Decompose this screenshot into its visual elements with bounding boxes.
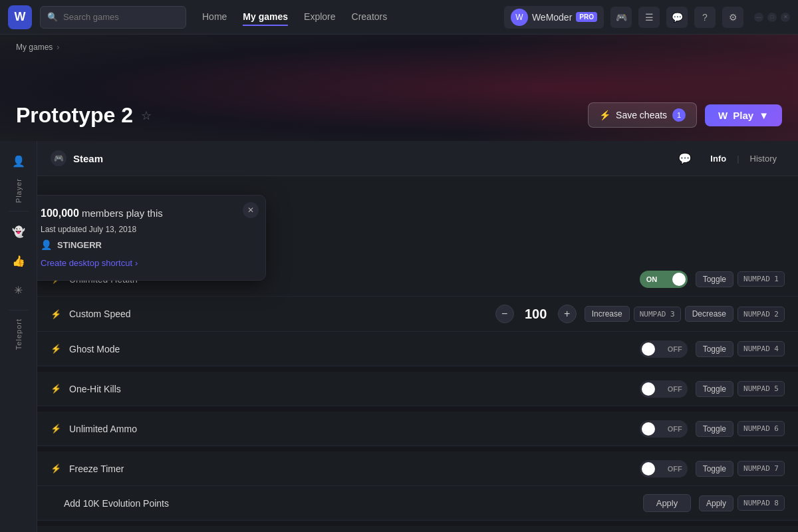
hero-actions: ⚡ Save cheats 1 W Play ▼ xyxy=(588,102,782,128)
maximize-button[interactable]: □ xyxy=(767,13,777,22)
left-sidebar: 👤 Player 👻 👍 ✳ Teleport xyxy=(0,141,37,532)
sidebar-boost-icon[interactable]: 👍 xyxy=(7,249,31,273)
main-layout: 👤 Player 👻 👍 ✳ Teleport 🎮 Steam 💬 Info |… xyxy=(0,141,798,532)
close-button[interactable]: ✕ xyxy=(781,13,790,22)
sidebar-player-icon[interactable]: 👤 xyxy=(7,149,31,173)
section-gap-1 xyxy=(37,366,798,372)
kbd-action-toggle-4[interactable]: Toggle xyxy=(696,341,733,357)
popup-members-text: 100,000 members play this xyxy=(41,207,252,219)
cheat-row-ghost-mode: ⚡ Ghost Mode OFF Toggle NUMPAD 4 xyxy=(37,332,798,366)
stepper-value: 100 xyxy=(519,307,553,322)
chat-icon[interactable]: 💬 xyxy=(678,152,692,165)
desktop-shortcut-link[interactable]: Create desktop shortcut › xyxy=(41,258,252,268)
play-button[interactable]: W Play ▼ xyxy=(705,104,782,126)
keybind-one-hit-kills: Toggle NUMPAD 5 xyxy=(696,381,785,397)
breadcrumb-separator: › xyxy=(57,43,59,52)
platform-name: Steam xyxy=(73,153,103,164)
toggle-label-off-2: OFF xyxy=(668,425,682,433)
cheat-name-ghost-mode: Ghost Mode xyxy=(69,344,632,354)
hero-section: My games › Prototype 2 ☆ ⚡ Save cheats 1… xyxy=(0,35,798,141)
cheat-name-custom-speed: Custom Speed xyxy=(69,309,487,319)
stepper-custom-speed: − 100 + xyxy=(495,305,577,323)
game-title: Prototype 2 xyxy=(16,103,133,128)
kbd-action-toggle-5[interactable]: Toggle xyxy=(696,381,733,397)
nav-my-games[interactable]: My games xyxy=(243,9,288,26)
cheat-row-custom-speed: ⚡ Custom Speed − 100 + Increase NUMPAD 3… xyxy=(37,297,798,332)
toggle-ghost-mode[interactable]: OFF xyxy=(640,340,688,358)
controller-icon[interactable]: 🎮 xyxy=(610,7,632,28)
discord-icon[interactable]: 💬 xyxy=(666,7,688,28)
search-icon: 🔍 xyxy=(47,12,58,22)
cheat-row-evolution-points: Add 10K Evolution Points Apply Apply NUM… xyxy=(37,486,798,521)
save-cheats-button[interactable]: ⚡ Save cheats 1 xyxy=(588,102,697,128)
list-icon[interactable]: ☰ xyxy=(638,7,660,28)
toggle-label-off-1: OFF xyxy=(668,385,682,393)
wemod-play-icon: W xyxy=(718,110,728,121)
members-count: 100,000 xyxy=(41,207,79,219)
apply-button-evolution[interactable]: Apply xyxy=(643,494,691,512)
kbd-action-toggle-6[interactable]: Toggle xyxy=(696,421,733,437)
minimize-button[interactable]: — xyxy=(754,13,763,22)
kbd-action-apply-8[interactable]: Apply xyxy=(699,495,733,511)
cheat-row-unlimited-ammo: ⚡ Unlimited Ammo OFF Toggle NUMPAD 6 xyxy=(37,412,798,446)
platform-header: 🎮 Steam 💬 Info | History xyxy=(37,141,798,176)
cheat-name-evolution-points: Add 10K Evolution Points xyxy=(51,498,635,509)
stepper-increase-button[interactable]: + xyxy=(558,305,577,323)
author-icon: 👤 xyxy=(41,239,52,250)
updated-date: July 13, 2018 xyxy=(89,225,136,234)
app-logo: W xyxy=(8,5,32,29)
sidebar-teleport-label: Teleport xyxy=(15,319,23,350)
stepper-decrease-button[interactable]: − xyxy=(495,305,514,323)
popup-card: ✕ 100,000 members play this Last updated… xyxy=(37,195,266,281)
toggle-one-hit-kills[interactable]: OFF xyxy=(640,380,688,398)
tab-info[interactable]: Info xyxy=(702,151,734,166)
popup-author: 👤 STiNGERR xyxy=(41,239,252,250)
search-input[interactable] xyxy=(63,12,179,22)
bolt-icon-one-hit: ⚡ xyxy=(51,384,61,394)
play-dropdown-arrow: ▼ xyxy=(759,110,769,121)
nav-explore[interactable]: Explore xyxy=(304,9,335,26)
kbd-action-toggle-7[interactable]: Toggle xyxy=(696,461,733,477)
toggle-label-on: ON xyxy=(646,275,658,283)
cheat-row-one-hit-kills: ⚡ One-Hit Kills OFF Toggle NUMPAD 5 xyxy=(37,372,798,406)
pro-badge: PRO xyxy=(576,12,597,22)
bolt-icon-unlimited-ammo: ⚡ xyxy=(51,424,61,434)
sidebar-divider xyxy=(9,211,29,211)
main-nav: Home My games Explore Creators xyxy=(202,9,387,26)
play-label: Play xyxy=(733,110,753,121)
settings-icon[interactable]: ⚙ xyxy=(722,7,743,28)
nav-creators[interactable]: Creators xyxy=(352,9,388,26)
popup-updated: Last updated July 13, 2018 xyxy=(41,225,252,234)
keybind-unlimited-ammo: Toggle NUMPAD 6 xyxy=(696,421,785,437)
toggle-unlimited-health[interactable]: ON xyxy=(640,271,688,288)
section-gap-3 xyxy=(37,446,798,452)
cheat-name-unlimited-ammo: Unlimited Ammo xyxy=(69,424,632,434)
bolt-icon-ghost-mode: ⚡ xyxy=(51,344,61,354)
kbd-key-numpad2: NUMPAD 2 xyxy=(737,307,785,322)
favorite-icon[interactable]: ☆ xyxy=(141,108,152,123)
toggle-unlimited-ammo[interactable]: OFF xyxy=(640,420,688,438)
members-suffix: members play this xyxy=(82,207,163,219)
toggle-freeze-timer[interactable]: OFF xyxy=(640,460,688,477)
shortcut-label: Create desktop shortcut xyxy=(41,258,132,268)
popup-close-button[interactable]: ✕ xyxy=(243,202,259,218)
kbd-action-decrease[interactable]: Decrease xyxy=(685,306,733,322)
platform-tabs: Info | History xyxy=(702,151,785,166)
tab-history[interactable]: History xyxy=(742,151,785,166)
help-icon[interactable]: ? xyxy=(694,7,716,28)
nav-home[interactable]: Home xyxy=(202,9,227,26)
kbd-key-numpad5: NUMPAD 5 xyxy=(737,381,785,396)
user-badge[interactable]: W WeModer PRO xyxy=(504,6,604,29)
search-bar[interactable]: 🔍 xyxy=(40,6,186,29)
kbd-action-toggle-1[interactable]: Toggle xyxy=(696,271,733,287)
shortcut-arrow: › xyxy=(135,258,138,268)
avatar: W xyxy=(511,9,528,26)
cheat-row-freeze-timer: ⚡ Freeze Timer OFF Toggle NUMPAD 7 xyxy=(37,452,798,486)
platform-right: 💬 Info | History xyxy=(678,151,785,166)
sidebar-ghost-icon[interactable]: 👻 xyxy=(7,219,31,243)
save-cheats-label: Save cheats xyxy=(616,110,667,120)
sidebar-crosshair-icon[interactable]: ✳ xyxy=(7,278,31,302)
section-gap-2 xyxy=(37,406,798,412)
breadcrumb-parent[interactable]: My games xyxy=(16,43,53,52)
kbd-action-increase[interactable]: Increase xyxy=(585,306,630,322)
